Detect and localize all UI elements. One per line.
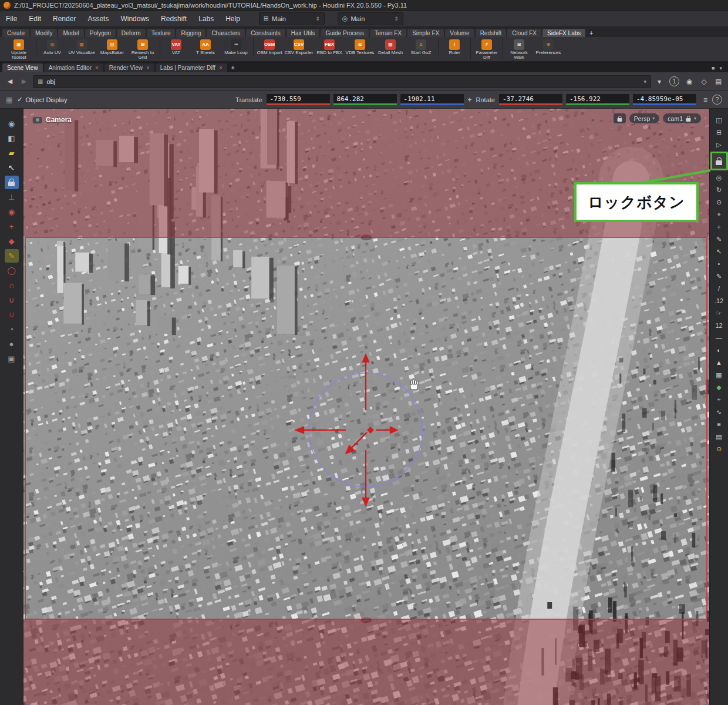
stowbar-grid-icon[interactable]: ▦ — [6, 96, 12, 104]
shelf-tab-modify[interactable]: Modify — [31, 29, 57, 37]
marker-icon[interactable]: ▰ — [5, 146, 19, 160]
menu-file[interactable]: File — [0, 11, 23, 26]
camera-frame-handle-bottom[interactable] — [360, 617, 372, 623]
shade-sphere-icon[interactable]: ◐ — [713, 344, 726, 356]
pin-view-icon[interactable]: ◉ — [685, 76, 694, 87]
transform-field[interactable]: -1902.11 — [400, 94, 464, 105]
point-marker-icon[interactable]: • — [713, 258, 726, 270]
close-icon[interactable]: × — [219, 65, 223, 71]
viewport-lock-icon[interactable] — [614, 113, 626, 123]
help-icon[interactable]: ? — [712, 95, 722, 105]
tool-mapsbaker[interactable]: ▤MapsBaker — [97, 38, 127, 55]
locate-icon[interactable]: ⌖ — [713, 209, 726, 220]
transform-field[interactable]: -37.2746 — [499, 94, 562, 105]
path-field[interactable]: ▦ obj ▾ — [33, 75, 651, 88]
spring-constraint-icon[interactable]: ∩ — [5, 278, 19, 292]
tool-vat[interactable]: VATVAT — [160, 38, 190, 55]
path-menu-chevron-icon[interactable]: ▾ — [655, 76, 664, 87]
pane-tab-scene-view[interactable]: Scene View — [2, 63, 43, 72]
tool-uv-visualize[interactable]: ▦UV Visualize — [66, 38, 97, 55]
shelf-tab-rigging[interactable]: Rigging — [176, 29, 205, 37]
shelf-tab-terrain-fx[interactable]: Terrain FX — [370, 29, 406, 37]
menu-render[interactable]: Render — [47, 11, 82, 26]
tool-rbd-to-fbx[interactable]: FBXRBD to FBX — [314, 38, 345, 55]
subd-level-icon[interactable]: .12 — [713, 295, 726, 307]
pane-tab-animation-editor[interactable]: Animation Editor× — [44, 63, 103, 72]
list-icon[interactable]: ≡ — [713, 418, 726, 430]
tool-make-loop[interactable]: ∞Make Loop — [221, 38, 251, 55]
snap-icon[interactable]: + — [713, 394, 726, 405]
tool-preferences[interactable]: ⊛Preferences — [533, 38, 564, 55]
terrain-icon[interactable]: ▲ — [713, 357, 726, 368]
tool-start-goz[interactable]: ZStart GoZ — [406, 38, 436, 55]
linked-cube-icon[interactable]: ◇ — [699, 76, 709, 87]
paint-tool-icon[interactable]: ✎ — [5, 249, 19, 263]
shelf-tab-polygon[interactable]: Polygon — [85, 29, 116, 37]
frame-badge[interactable]: 1 — [669, 76, 679, 86]
pane-split-icon[interactable]: ◫ — [713, 114, 726, 126]
shelf-tab-create[interactable]: Create — [2, 29, 29, 37]
checker-icon[interactable]: ▦ — [713, 369, 726, 381]
shelf-tab-simple-fx[interactable]: Simple FX — [407, 29, 444, 37]
menu-redshift[interactable]: Redshift — [155, 11, 193, 26]
magnet-icon[interactable]: ∪ — [5, 308, 19, 321]
pane-menu-icon[interactable]: ▾ — [719, 65, 722, 71]
shelf-tab-texture[interactable]: Texture — [147, 29, 176, 37]
shelf-tab-redshift[interactable]: Redshift — [476, 29, 507, 37]
hand-tool-icon[interactable]: ☞ — [713, 307, 726, 319]
divider-icon[interactable]: — — [713, 332, 726, 344]
shelf-tab-sidefx-labs[interactable]: SideFX Labs — [542, 29, 585, 37]
pin-constraint-icon[interactable]: ⊥ — [5, 190, 19, 204]
wand-icon[interactable]: ∿ — [713, 406, 726, 418]
tool-csv-exporter[interactable]: CSVCSV Exporter — [284, 38, 314, 55]
lod-level-icon[interactable]: 12 — [713, 320, 726, 331]
material-icon[interactable]: ◆ — [713, 381, 726, 393]
close-icon[interactable]: × — [95, 65, 99, 71]
tool-detail-mesh[interactable]: ▦Detail Mesh — [375, 38, 406, 55]
transform-field[interactable]: 864.282 — [333, 94, 397, 105]
viewport[interactable]: Camera Persp ▾ cam1 ▾ — [23, 109, 709, 705]
stow-icon[interactable]: ≡ — [703, 96, 707, 104]
menu-assets[interactable]: Assets — [82, 11, 114, 26]
lock-tool-icon[interactable] — [5, 176, 19, 189]
pen-icon[interactable]: ✎ — [713, 233, 726, 245]
shelf-tab-deform[interactable]: Deform — [117, 29, 146, 37]
slash-icon[interactable]: / — [713, 283, 726, 294]
object-display-toggle[interactable]: ✓ Object Display — [17, 96, 67, 103]
pane-tab-add-button[interactable]: + — [228, 63, 238, 72]
camera-frame-handle-top[interactable] — [360, 234, 372, 240]
tool-osm-import[interactable]: OSMOSM Import — [253, 38, 284, 55]
attach-constraint-icon[interactable]: ◉ — [5, 205, 19, 219]
pane-tab-render-view[interactable]: Render View× — [105, 63, 154, 72]
shelf-tab-add-button[interactable]: + — [587, 29, 596, 37]
tool-parameter-diff[interactable]: ≠Parameter Diff — [470, 38, 501, 61]
shelf-tab-guide-process[interactable]: Guide Process — [321, 29, 369, 37]
tool-ruler[interactable]: /Ruler — [438, 38, 469, 55]
menu-edit[interactable]: Edit — [23, 11, 47, 26]
layers-icon[interactable]: ▤ — [713, 431, 726, 442]
desktop-selector[interactable]: ⊞ Main ⇕ — [259, 12, 325, 25]
menu-labs[interactable]: Labs — [193, 11, 220, 26]
tumble-icon[interactable]: ↻ — [713, 184, 726, 196]
shelf-tab-cloud-fx[interactable]: Cloud FX — [507, 29, 541, 37]
shelf-tab-hair-utils[interactable]: Hair Utils — [287, 29, 320, 37]
menu-windows[interactable]: Windows — [114, 11, 155, 26]
transform-field[interactable]: -156.922 — [566, 94, 629, 105]
close-icon[interactable]: × — [146, 65, 150, 71]
color-drop-icon[interactable]: ◉ — [5, 117, 19, 130]
pane-tab-labs-parameter-diff[interactable]: Labs | Parameter Diff× — [156, 63, 227, 72]
sphere-tool-icon[interactable]: ● — [5, 337, 19, 351]
camera-selector[interactable]: cam1 ▾ — [663, 113, 701, 123]
shelf-tab-characters[interactable]: Characters — [207, 29, 245, 37]
jack-tool-icon[interactable]: + — [5, 220, 19, 233]
shelf-tab-volume[interactable]: Volume — [445, 29, 474, 37]
transform-field[interactable]: -730.559 — [267, 94, 330, 105]
orbit-tool-icon[interactable]: ◔ — [5, 323, 19, 336]
menu-help[interactable]: Help — [220, 11, 246, 26]
bookmark-icon[interactable]: ◎ — [713, 172, 726, 183]
pot-tool-icon[interactable]: ▣ — [5, 352, 19, 365]
view-lock-icon[interactable] — [710, 152, 728, 170]
pane-maximize-icon[interactable]: ■ — [712, 65, 714, 71]
tool-remesh-to-grid[interactable]: ⊞Remesh to Grid — [127, 38, 158, 61]
light-icon[interactable]: ⊙ — [713, 196, 726, 208]
